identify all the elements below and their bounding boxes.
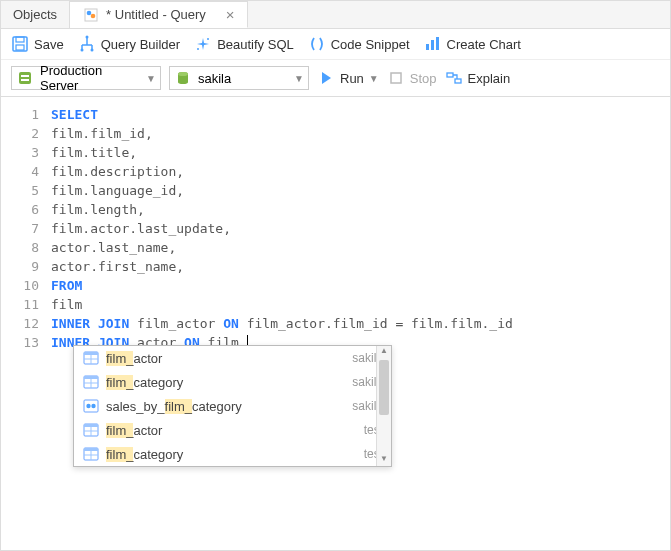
svg-point-6 [85, 36, 88, 39]
svg-point-18 [178, 72, 188, 76]
scroll-thumb[interactable] [379, 360, 389, 415]
svg-rect-16 [21, 79, 29, 81]
autocomplete-popup: film_actorsakilafilm_categorysakilasales… [73, 345, 392, 467]
svg-point-1 [87, 10, 92, 15]
autocomplete-item[interactable]: film_categorysakila [74, 370, 391, 394]
button-label: Save [34, 37, 64, 52]
svg-point-31 [86, 404, 90, 408]
code-line[interactable]: film.actor.last_update, [51, 219, 670, 238]
server-icon [16, 69, 34, 87]
line-number: 12 [1, 314, 39, 333]
code-line[interactable]: INNER JOIN film_actor ON film_actor.film… [51, 314, 670, 333]
autocomplete-item[interactable]: film_actorsakila [74, 346, 391, 370]
table-icon [82, 421, 100, 439]
button-label: Stop [410, 71, 437, 86]
button-label: Beautify SQL [217, 37, 294, 52]
combo-label: sakila [198, 71, 231, 86]
code-line[interactable]: film.title, [51, 143, 670, 162]
code-area[interactable]: SELECTfilm.film_id,film.title,film.descr… [49, 97, 670, 551]
code-snippet-button[interactable]: Code Snippet [308, 35, 410, 53]
svg-rect-14 [19, 72, 31, 84]
database-icon [174, 69, 192, 87]
svg-rect-30 [84, 400, 98, 412]
sparkle-icon [194, 35, 212, 53]
item-label: film_category [106, 375, 346, 390]
button-label: Query Builder [101, 37, 180, 52]
server-select[interactable]: Production Server ▼ [11, 66, 161, 90]
database-select[interactable]: sakila ▼ [169, 66, 309, 90]
svg-rect-5 [16, 45, 24, 50]
line-number: 1 [1, 105, 39, 124]
tab-label: * Untitled - Query [106, 7, 206, 22]
svg-rect-12 [431, 40, 434, 50]
table-icon [82, 373, 100, 391]
code-line[interactable]: FROM [51, 276, 670, 295]
tab-objects[interactable]: Objects [1, 1, 70, 28]
line-number: 5 [1, 181, 39, 200]
scrollbar[interactable]: ▲ ▼ [376, 346, 391, 466]
query-file-icon [82, 6, 100, 24]
button-label: Run [340, 71, 364, 86]
parens-icon [308, 35, 326, 53]
autocomplete-item[interactable]: sales_by_film_categorysakila [74, 394, 391, 418]
code-line[interactable]: film.length, [51, 200, 670, 219]
autocomplete-item[interactable]: film_actortest [74, 418, 391, 442]
tab-bar: Objects * Untitled - Query × [1, 1, 670, 29]
svg-rect-20 [447, 73, 453, 77]
svg-rect-3 [13, 37, 27, 51]
button-label: Code Snippet [331, 37, 410, 52]
svg-point-32 [91, 404, 95, 408]
line-number: 13 [1, 333, 39, 352]
create-chart-button[interactable]: Create Chart [424, 35, 521, 53]
item-label: film_actor [106, 423, 358, 438]
line-number: 9 [1, 257, 39, 276]
svg-point-10 [197, 48, 199, 50]
chevron-down-icon: ▼ [369, 73, 379, 84]
svg-rect-19 [391, 73, 401, 83]
code-line[interactable]: film [51, 295, 670, 314]
code-line[interactable]: actor.first_name, [51, 257, 670, 276]
code-line[interactable]: actor.last_name, [51, 238, 670, 257]
beautify-button[interactable]: Beautify SQL [194, 35, 294, 53]
line-number: 4 [1, 162, 39, 181]
autocomplete-item[interactable]: film_categorytest [74, 442, 391, 466]
svg-point-8 [90, 49, 93, 52]
tab-query[interactable]: * Untitled - Query × [70, 1, 247, 28]
line-number: 3 [1, 143, 39, 162]
line-number: 10 [1, 276, 39, 295]
save-button[interactable]: Save [11, 35, 64, 53]
query-builder-icon [78, 35, 96, 53]
svg-rect-11 [426, 44, 429, 50]
code-line[interactable]: film.description, [51, 162, 670, 181]
button-label: Create Chart [447, 37, 521, 52]
chart-icon [424, 35, 442, 53]
chevron-down-icon: ▼ [146, 73, 156, 84]
stop-icon [387, 69, 405, 87]
run-button[interactable]: Run ▼ [317, 69, 379, 87]
save-icon [11, 35, 29, 53]
scroll-up-icon[interactable]: ▲ [377, 346, 391, 358]
scroll-down-icon[interactable]: ▼ [377, 454, 391, 466]
svg-point-9 [207, 38, 209, 40]
svg-rect-21 [455, 79, 461, 83]
tab-label: Objects [13, 7, 57, 22]
code-line[interactable]: SELECT [51, 105, 670, 124]
explain-icon [445, 69, 463, 87]
table-icon [82, 445, 100, 463]
close-icon[interactable]: × [226, 6, 235, 23]
code-editor[interactable]: 12345678910111213 SELECTfilm.film_id,fil… [1, 97, 670, 551]
line-number: 6 [1, 200, 39, 219]
play-icon [317, 69, 335, 87]
query-builder-button[interactable]: Query Builder [78, 35, 180, 53]
item-label: film_actor [106, 351, 346, 366]
combo-label: Production Server [40, 63, 140, 93]
svg-point-7 [80, 49, 83, 52]
button-label: Explain [468, 71, 511, 86]
code-line[interactable]: film.film_id, [51, 124, 670, 143]
line-number: 7 [1, 219, 39, 238]
chevron-down-icon: ▼ [294, 73, 304, 84]
code-line[interactable]: film.language_id, [51, 181, 670, 200]
main-toolbar: Save Query Builder Beautify SQL Code Sni… [1, 29, 670, 60]
explain-button[interactable]: Explain [445, 69, 511, 87]
item-label: sales_by_film_category [106, 399, 346, 414]
